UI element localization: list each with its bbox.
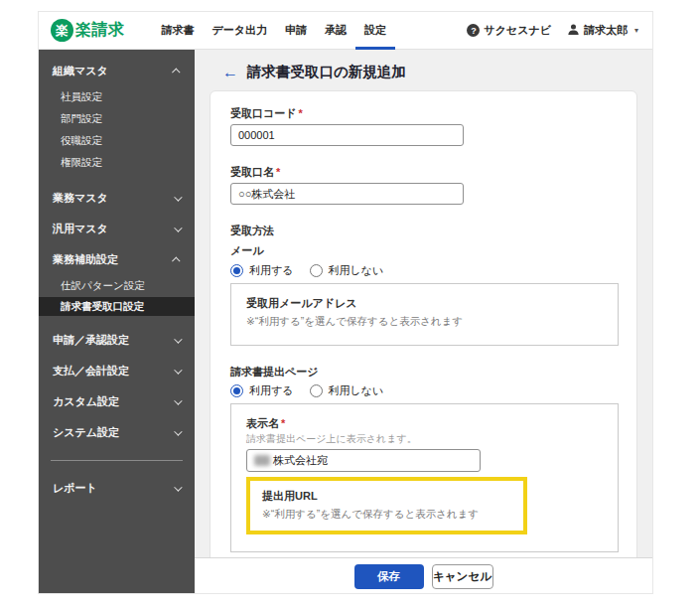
sidebar-item-label: 汎用マスタ (53, 222, 108, 236)
tab-approval[interactable]: 承認 (316, 12, 355, 50)
inbox-name-label: 受取口名* (230, 165, 619, 179)
chevron-up-icon (172, 256, 180, 264)
inbox-code-input[interactable] (230, 124, 464, 146)
sidebar-item-label: レポート (53, 481, 97, 496)
save-button[interactable]: 保存 (354, 564, 424, 589)
mail-radio-group: 利用する 利用しない (230, 263, 619, 278)
receive-method-label: 受取方法 (230, 224, 619, 237)
sidebar-item-label: 権限設定 (61, 156, 102, 170)
sidebar-item-label: 社員設定 (61, 90, 102, 104)
inbox-name-input[interactable] (230, 183, 464, 205)
form-card: 受取口コード* 受取口名* 受取方法 メール (210, 90, 637, 594)
sidebar-item-permission-settings[interactable]: 権限設定 (39, 152, 195, 174)
sidebar-item-journal-pattern[interactable]: 仕訳パターン設定 (39, 275, 195, 297)
submit-url-title: 提出用URL (262, 489, 511, 503)
tab-data-export[interactable]: データ出力 (204, 12, 277, 50)
sidebar-item-label: システム設定 (53, 425, 119, 440)
chevron-down-icon (174, 193, 182, 201)
sidebar-item-label: 請求書受取口設定 (61, 300, 144, 314)
sidebar-item-business-master[interactable]: 業務マスタ (39, 183, 195, 214)
back-arrow-icon[interactable]: ← (222, 65, 238, 80)
sidebar-item-label: 業務補助設定 (53, 252, 118, 267)
action-footer: 保存 キャンセル (195, 557, 652, 594)
sidebar-item-custom-settings[interactable]: カスタム設定 (39, 386, 195, 417)
mail-address-title: 受取用メールアドレス (246, 296, 603, 310)
top-header: 楽 楽請求 請求書 データ出力 申請 承認 設定 ? サクセスナビ (39, 12, 652, 50)
sidebar-item-invoice-inbox-settings[interactable]: 請求書受取口設定 (39, 297, 195, 316)
display-name-helper: 請求書提出ページ上に表示されます。 (246, 433, 603, 445)
cancel-button[interactable]: キャンセル (432, 564, 493, 589)
user-menu[interactable]: 請求太郎 ▾ (567, 22, 638, 40)
chevron-down-icon (174, 427, 182, 435)
sidebar-item-label: カスタム設定 (53, 394, 119, 409)
mail-label: メール (230, 243, 619, 258)
user-icon (567, 22, 580, 40)
sidebar-item-application-approval[interactable]: 申請／承認設定 (39, 325, 195, 356)
submit-page-label: 請求書提出ページ (230, 365, 619, 379)
mail-no-use-label: 利用しない (329, 263, 384, 278)
submit-page-no-use-label: 利用しない (329, 383, 384, 398)
chevron-up-icon (172, 68, 180, 76)
main-nav: 請求書 データ出力 申請 承認 設定 (153, 12, 396, 50)
submit-url-note: ※“利用する”を選んで保存すると表示されます (262, 508, 511, 521)
tab-invoices[interactable]: 請求書 (153, 12, 204, 50)
sidebar-item-label: 役職設定 (61, 134, 102, 148)
sidebar-item-label: 仕訳パターン設定 (61, 279, 145, 293)
display-name-value: 株式会社宛 (273, 453, 328, 468)
submit-page-use-label: 利用する (249, 383, 294, 398)
required-mark: * (299, 107, 303, 119)
required-mark: * (276, 166, 280, 178)
required-mark: * (281, 417, 285, 429)
submit-page-use-radio[interactable] (230, 384, 243, 397)
sidebar-item-payment-accounting[interactable]: 支払／会計設定 (39, 356, 195, 386)
redacted-text (254, 455, 270, 466)
sidebar-item-business-support[interactable]: 業務補助設定 (39, 244, 195, 275)
tab-application[interactable]: 申請 (276, 12, 316, 50)
submit-page-radio-group: 利用する 利用しない (230, 383, 619, 398)
mail-use-radio[interactable] (230, 264, 243, 277)
chevron-down-icon (174, 335, 182, 343)
mail-no-use-radio[interactable] (310, 264, 323, 277)
sidebar-item-label: 業務マスタ (53, 191, 108, 206)
chevron-down-icon (174, 483, 182, 491)
main-content: ← 請求書受取口の新規追加 受取口コード* 受取口名* (195, 50, 652, 594)
settings-sidebar: 組織マスタ 社員設定 部門設定 役職設定 権限設定 業務マスタ 汎用マスタ (39, 50, 195, 594)
display-name-label: 表示名* (246, 416, 603, 430)
app-logo[interactable]: 楽 楽請求 (51, 19, 125, 42)
chevron-down-icon: ▾ (634, 26, 638, 35)
help-label: サクセスナビ (484, 23, 551, 38)
mail-use-label: 利用する (249, 263, 294, 278)
submit-page-no-use-radio[interactable] (310, 384, 323, 397)
chevron-down-icon (174, 224, 182, 231)
user-name: 請求太郎 (584, 23, 628, 38)
sidebar-item-org-master[interactable]: 組織マスタ (39, 56, 195, 86)
help-icon: ? (467, 24, 480, 37)
mail-address-note: ※“利用する”を選んで保存すると表示されます (246, 315, 603, 328)
mail-address-box: 受取用メールアドレス ※“利用する”を選んで保存すると表示されます (230, 283, 619, 346)
inbox-code-label: 受取口コード* (230, 106, 619, 120)
sidebar-item-report[interactable]: レポート (39, 473, 195, 504)
logo-text: 楽請求 (75, 20, 125, 41)
sidebar-item-label: 部門設定 (61, 112, 102, 126)
submit-page-box: 表示名* 請求書提出ページ上に表示されます。 株式会社宛 提出用URL ※“利用… (230, 403, 619, 552)
sidebar-item-role-settings[interactable]: 役職設定 (39, 130, 195, 152)
app-window: 楽 楽請求 請求書 データ出力 申請 承認 設定 ? サクセスナビ (38, 11, 653, 594)
submit-url-highlight-box: 提出用URL ※“利用する”を選んで保存すると表示されます (246, 477, 527, 534)
sidebar-item-label: 申請／承認設定 (53, 333, 129, 348)
tab-settings[interactable]: 設定 (355, 12, 395, 50)
sidebar-item-general-master[interactable]: 汎用マスタ (39, 214, 195, 244)
header-right: ? サクセスナビ 請求太郎 ▾ (467, 22, 638, 40)
success-navi-link[interactable]: ? サクセスナビ (467, 23, 551, 38)
sidebar-item-employee-settings[interactable]: 社員設定 (39, 86, 195, 108)
sidebar-item-department-settings[interactable]: 部門設定 (39, 108, 195, 130)
sidebar-item-system-settings[interactable]: システム設定 (39, 417, 195, 448)
sidebar-item-label: 組織マスタ (53, 64, 108, 78)
page-title: 請求書受取口の新規追加 (247, 63, 406, 81)
display-name-input[interactable]: 株式会社宛 (246, 449, 481, 472)
chevron-down-icon (174, 396, 182, 404)
sidebar-item-label: 支払／会計設定 (53, 364, 129, 379)
logo-circle-icon: 楽 (51, 19, 73, 42)
sidebar-divider (51, 460, 183, 461)
chevron-down-icon (174, 366, 182, 374)
